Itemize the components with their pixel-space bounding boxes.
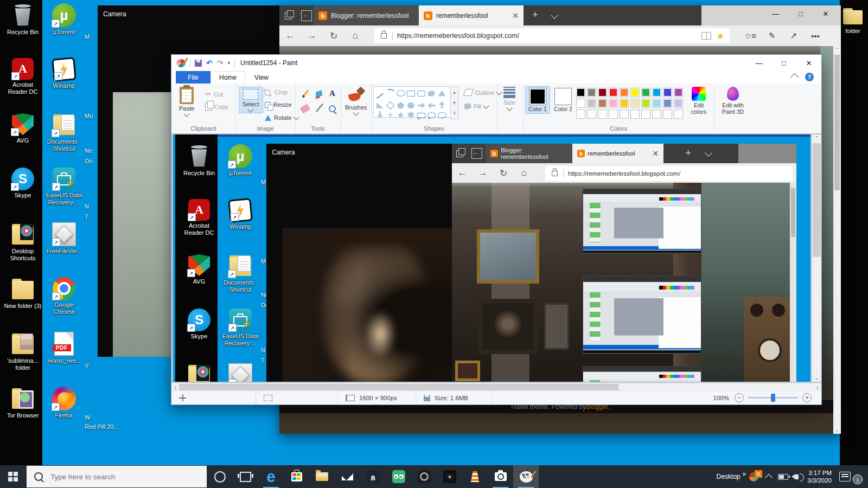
palette-color-7092be[interactable] [663,99,672,108]
palette-color-efe4b0[interactable] [630,99,640,108]
zoom-in-icon[interactable]: + [802,393,812,402]
edit-with-paint3d-button[interactable]: Edit with Paint 3D [718,87,748,115]
customize-toolbar-chevron-icon[interactable]: ▾ [227,60,230,66]
desktop-icon-acrobat-reader-dc[interactable]: AAcrobat Reader DC [2,58,43,113]
tab-blogger[interactable]: b Blogger: rememberlessfool [314,5,419,25]
tray-desktop-label[interactable]: Desktop [717,473,741,480]
select-button[interactable]: Select [239,87,263,113]
redo-icon[interactable]: ↷ [217,59,224,67]
fill-bucket-tool-icon[interactable] [314,89,323,98]
shape-curve[interactable] [385,88,395,97]
shape-rectangle[interactable] [406,89,416,98]
palette-color-00a2e8[interactable] [652,88,661,97]
text-tool-icon[interactable]: A [328,89,337,98]
shape-polygon[interactable] [426,89,437,98]
tab-close-icon[interactable]: ✕ [512,11,519,20]
action-center-icon[interactable] [839,472,851,481]
close-button[interactable]: ✕ [813,5,838,22]
color-picker-tool-icon[interactable] [314,104,323,113]
desktop-icon-firefox[interactable]: Firefox [43,387,85,441]
outline-button[interactable]: Outline [464,89,501,96]
desktop-icon-winamp[interactable]: Winamp [43,58,85,113]
shape-rounded-rectangle[interactable] [416,89,426,98]
desktop-icon-acrobat-reader-dc[interactable]: AAcrobat Reader DC [178,199,220,254]
palette-color-22b14c[interactable] [641,88,650,97]
reading-view-icon[interactable] [701,32,711,40]
tab-home[interactable]: Home [210,71,245,84]
desktop-icon-winamp[interactable]: Winamp [220,199,261,254]
shape-hexagon[interactable] [406,101,416,110]
scroll-up-icon[interactable]: ⌃ [833,46,841,54]
taskbar-file-explorer-button[interactable] [309,465,335,488]
fill-button[interactable]: Fill [464,103,488,110]
eraser-tool-icon[interactable] [301,104,310,113]
tab-file[interactable]: File [176,71,210,84]
pencil-tool-icon[interactable] [301,89,310,98]
desktop-icon-skype[interactable]: SSkype [2,168,43,222]
shape-line[interactable] [375,91,385,100]
avg-tray-icon[interactable] [749,472,758,481]
palette-empty-slot[interactable] [587,110,596,119]
shape-up-arrow[interactable] [437,100,447,110]
desktop-icon-avg[interactable]: AVG [178,254,220,309]
palette-empty-slot[interactable] [674,110,683,119]
tab-view[interactable]: View [245,71,278,84]
refresh-icon[interactable]: ↻ [323,30,344,42]
new-tab-button[interactable]: + [532,9,538,21]
annotate-pen-icon[interactable]: ✎ [761,31,783,41]
palette-color-b5e61d[interactable] [641,99,650,108]
palette-color-3f48cc[interactable] [663,88,672,97]
taskbar-vlc-button[interactable] [462,465,488,488]
desktop-icon-folder-corner[interactable]: folder [838,7,868,35]
forward-icon[interactable]: → [301,30,323,41]
palette-empty-slot[interactable] [663,110,672,119]
color1-button[interactable]: Color 1 [525,86,550,114]
tray-overflow-chevrons[interactable]: » [743,470,746,478]
desktop-icon-torrent[interactable]: µµTorrent [43,3,85,58]
shape-triangle[interactable] [437,89,447,98]
taskbar-edge-button[interactable]: e [258,465,284,488]
save-icon[interactable] [195,60,202,67]
palette-color-7f7f7f[interactable] [587,88,596,97]
page-scrollbar[interactable]: ⌃ ⌄ [833,46,841,434]
palette-empty-slot[interactable] [576,110,585,119]
zoom-slider[interactable] [748,397,798,399]
brushes-button[interactable]: Brushes [345,87,367,115]
magnifier-tool-icon[interactable] [328,104,337,113]
taskbar-webcam-app-button[interactable] [411,465,437,488]
shape-right-arrow[interactable] [416,101,426,110]
maximize-button[interactable]: □ [771,55,796,71]
url-text[interactable]: https://rememeberlessfool.blogspot.com/ [397,32,519,40]
size-button[interactable]: Size [503,87,515,110]
desktop-icon-google-chrome[interactable]: Google Chrome [43,277,85,332]
shapes-scroll[interactable]: ▲▼⊽ [450,87,458,119]
paint-window[interactable]: ↶ ↷ ▾ Untitled1254 - Paint — □ ✕ File Ho… [171,54,822,405]
collapse-ribbon-chevron-icon[interactable] [790,73,799,82]
shape-oval-callout[interactable] [426,111,437,120]
shape-six-point-star[interactable] [406,110,416,119]
crop-button[interactable]: Crop [265,88,288,95]
palette-empty-slot[interactable] [630,110,640,119]
battery-icon[interactable] [778,474,788,480]
palette-color-ffc90e[interactable] [620,99,629,108]
shape-four-point-star[interactable] [385,111,395,120]
palette-color-fff200[interactable] [630,88,640,97]
palette-empty-slot[interactable] [609,110,618,119]
search-input[interactable] [49,472,187,481]
scroll-down-icon[interactable]: ⌄ [833,426,841,434]
palette-color-b97a57[interactable] [598,99,607,108]
canvas-vscroll-thumb[interactable] [813,143,821,257]
desktop-icon-avg[interactable]: AVG [2,113,43,168]
desktop-icon-horus-her[interactable]: PDFHorus_Her... [43,332,85,387]
palette-empty-slot[interactable] [652,110,661,119]
shape-diamond[interactable] [385,101,395,110]
desktop-icon-tor-browser[interactable]: Tor Browser [2,387,43,441]
restore-tabs-icon[interactable] [301,10,312,21]
taskbar-tripadvisor-button[interactable] [386,465,411,488]
taskbar-search[interactable] [26,465,207,488]
palette-empty-slot[interactable] [641,110,650,119]
desktop-icon-easeus-data-recovery[interactable]: +EaseUS Data Recovery ... [43,168,85,222]
desktop-icon-freefilevie[interactable]: FreeFileVie... [220,363,261,382]
zoom-out-icon[interactable]: − [735,393,744,402]
taskbar-amazon-button[interactable]: a [360,465,386,488]
